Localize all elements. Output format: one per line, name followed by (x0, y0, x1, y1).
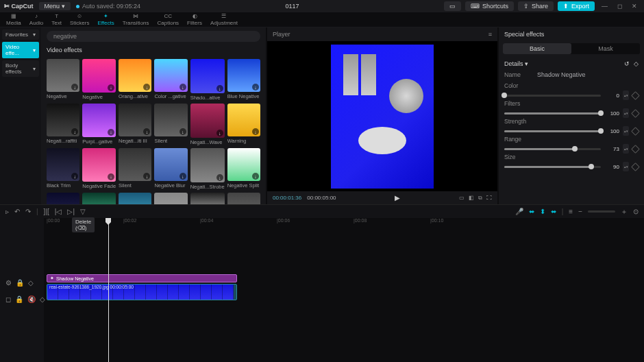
effect-item[interactable]: ↓Warning (227, 104, 260, 145)
effect-item[interactable]: ↓Rando...h Cut (154, 193, 187, 204)
effect-clip[interactable]: ✦Shadow Negative (47, 274, 237, 282)
tab-transitions[interactable]: ⋈Transitions (119, 13, 153, 26)
effect-item[interactable]: ↓Silent (119, 148, 151, 190)
zoom-slider[interactable] (588, 210, 615, 213)
effect-item[interactable]: ↓Negati...raffiti (47, 104, 79, 145)
tab-text[interactable]: TText (48, 13, 65, 26)
slider-track[interactable] (504, 130, 601, 132)
keyframe-icon[interactable] (631, 91, 640, 100)
slider-stepper[interactable]: ▴▾ (623, 162, 629, 171)
effect-item[interactable]: ↓Blue Negative (227, 59, 260, 101)
compare-icon[interactable]: ⧉ (478, 195, 482, 202)
effect-item[interactable]: ↓Silent (154, 104, 187, 145)
tab-effects[interactable]: ✦Effects (94, 13, 117, 26)
download-icon[interactable]: ↓ (143, 84, 150, 90)
sidebar-item-0[interactable]: Favorites▾ (2, 29, 39, 40)
download-icon[interactable]: ↓ (108, 129, 114, 136)
tab-basic[interactable]: Basic (503, 43, 571, 54)
effect-item[interactable]: ↓Negative Fade (82, 148, 116, 190)
tab-media[interactable]: ▦Media (3, 13, 25, 26)
quality-icon[interactable]: ◧ (469, 195, 474, 202)
keyframe-all-icon[interactable]: ◇ (634, 60, 639, 67)
download-icon[interactable]: ↓ (71, 128, 78, 135)
undo-button[interactable]: ↶ (14, 208, 20, 215)
zoom-in-icon[interactable]: ＋ (621, 207, 628, 217)
video-track-header[interactable]: ◻🔒🔇◇ (0, 291, 44, 307)
effect-item[interactable]: ↓Negati...Strobe (190, 148, 225, 190)
effect-item[interactable]: ↓Negati...iti III (119, 104, 151, 145)
share-button[interactable]: ⇪ Share (518, 1, 554, 11)
player-viewport[interactable] (267, 41, 497, 191)
download-icon[interactable]: ↓ (216, 85, 223, 92)
zoom-fit-icon[interactable]: ⊙ (633, 208, 639, 215)
pointer-tool[interactable]: ▹ (5, 208, 9, 215)
effect-item[interactable]: ↓Shado...ative (190, 59, 225, 101)
download-icon[interactable]: ↓ (252, 173, 259, 180)
download-icon[interactable]: ↓ (179, 173, 186, 180)
keyframe-icon[interactable] (631, 109, 640, 118)
slider-stepper[interactable]: ▴▾ (623, 108, 629, 118)
video-clip[interactable]: real-estate-9261386_1920.jpg 00:00:05:00 (47, 284, 237, 300)
redo-button[interactable]: ↷ (25, 208, 31, 215)
effect-item[interactable]: ↓Color ...gative (154, 59, 187, 101)
tab-captions[interactable]: CCCaptions (154, 13, 183, 26)
effect-item[interactable]: ↓B&W Frame (190, 193, 225, 204)
slider-stepper[interactable]: ▴▾ (623, 126, 629, 136)
effect-item[interactable]: ↓Pulse Bars (227, 193, 260, 204)
link-icon[interactable]: ⬍ (540, 208, 545, 215)
keyframe-icon[interactable] (631, 162, 640, 171)
fullscreen-icon[interactable]: ⛶ (486, 195, 492, 202)
download-icon[interactable]: ↓ (216, 130, 223, 136)
download-icon[interactable]: ↓ (71, 173, 78, 180)
download-icon[interactable]: ↓ (252, 84, 259, 90)
keyframe-icon[interactable] (631, 145, 640, 154)
slider-stepper[interactable]: ▴▾ (623, 90, 629, 100)
close-button[interactable]: ✕ (629, 3, 640, 10)
tab-stickers[interactable]: ☺Stickers (66, 13, 92, 26)
track-toggle-icon[interactable]: ≡ (569, 208, 573, 215)
slider-track[interactable] (504, 95, 601, 97)
effect-item[interactable]: ↓Black Trim (47, 193, 79, 204)
effect-item[interactable]: ↓Negative (47, 59, 79, 101)
project-title[interactable]: 0117 (140, 3, 444, 10)
play-button[interactable]: ▶ (395, 194, 400, 202)
download-icon[interactable]: ↓ (108, 173, 114, 180)
effect-item[interactable]: ↓Orang...ative (119, 59, 151, 101)
sidebar-item-1[interactable]: Video effe...▾ (2, 42, 39, 58)
effect-item[interactable]: ↓Negative Blur (154, 148, 187, 190)
effect-item[interactable]: ↓Black Trim (47, 148, 79, 190)
menu-button[interactable]: Menu ▾ (39, 2, 71, 10)
layout-toggle[interactable]: ▭ (444, 1, 461, 11)
timeline-tracks[interactable]: |00:00|00:02|00:04|00:06|00:08|00:10 ✦Sh… (44, 218, 644, 362)
slider-track[interactable] (504, 148, 601, 150)
tab-adjustment[interactable]: ☰Adjustment (207, 13, 241, 26)
effects-search-input[interactable] (47, 31, 260, 42)
trim-right-tool[interactable]: ▷| (67, 208, 75, 215)
download-icon[interactable]: ↓ (108, 84, 114, 91)
slider-stepper[interactable]: ▴▾ (623, 144, 629, 154)
effect-item[interactable]: ↓Negative Split (227, 148, 260, 190)
player-menu-icon[interactable]: ≡ (488, 31, 492, 38)
tab-audio[interactable]: ♪Audio (26, 13, 47, 26)
export-button[interactable]: ⬆ Export (558, 1, 595, 11)
effect-item[interactable]: ↓Purpl...gative (82, 104, 116, 145)
delete-tool[interactable]: ▽ Delete (⌫) (80, 208, 86, 215)
sidebar-item-2[interactable]: Body effects▾ (2, 60, 39, 77)
download-icon[interactable]: ↓ (71, 84, 78, 90)
tab-mask[interactable]: Mask (571, 43, 640, 54)
maximize-button[interactable]: ◻ (615, 3, 625, 10)
minimize-button[interactable]: — (599, 3, 610, 10)
effect-item[interactable]: ↓Negative (82, 59, 116, 101)
download-icon[interactable]: ↓ (143, 128, 150, 135)
mic-icon[interactable]: 🎤 (515, 208, 523, 215)
playhead[interactable] (108, 218, 109, 362)
magnet-icon[interactable]: ⬌ (529, 208, 534, 215)
download-icon[interactable]: ↓ (252, 128, 259, 135)
download-icon[interactable]: ↓ (179, 128, 186, 135)
split-tool[interactable]: ]|[ (44, 208, 49, 215)
reset-icon[interactable]: ↺ (624, 60, 630, 67)
fx-track-header[interactable]: ⚙🔒◇ (0, 274, 44, 291)
effect-item[interactable]: ↓TV Warble (119, 193, 151, 204)
effect-item[interactable]: ↓Negati...Wave (190, 104, 225, 145)
time-ruler[interactable]: |00:00|00:02|00:04|00:06|00:08|00:10 (44, 218, 644, 226)
